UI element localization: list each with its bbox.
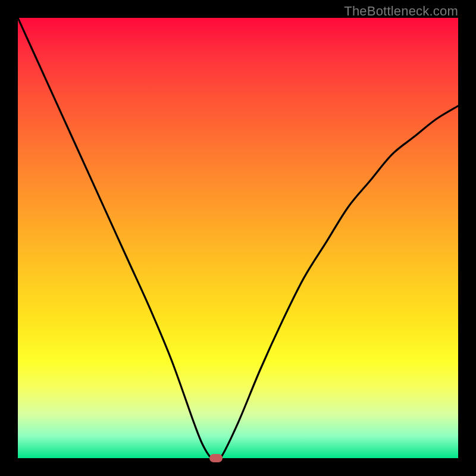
curve-svg — [18, 18, 458, 458]
watermark-text: TheBottleneck.com — [344, 4, 458, 19]
chart-frame: TheBottleneck.com — [0, 0, 476, 476]
optimum-marker — [209, 454, 223, 462]
bottleneck-curve-path — [18, 18, 458, 458]
plot-area — [18, 18, 458, 458]
